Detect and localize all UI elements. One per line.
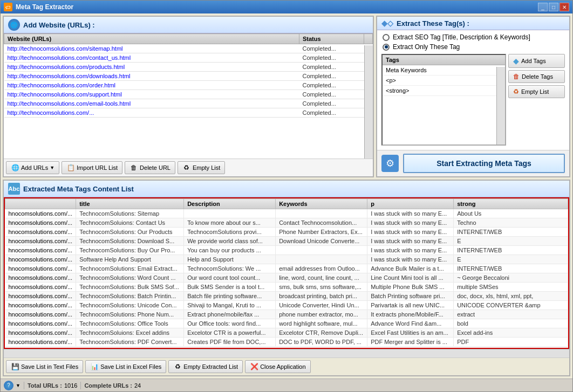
url-table-row[interactable]: http://technocomsolutions.com/contact_us…	[4, 53, 373, 63]
data-cell-3: sms, bulk sms, sms software,...	[276, 283, 367, 292]
data-cell-1: Software Help And Support	[76, 255, 184, 264]
data-cell-3: Unicode Converter, Hindi Un...	[276, 301, 367, 310]
data-table-row[interactable]: hnocomsolutions.com/...TechnocomSolution…	[5, 228, 568, 237]
import-url-list-button[interactable]: 📋 Import URL List	[62, 161, 122, 174]
left-panel-title: Add Website (URLs) :	[23, 21, 95, 29]
empty-tags-button[interactable]: ♻ Empty List	[508, 85, 565, 98]
data-cell-2: Extract phone/mobile/fax ...	[184, 310, 276, 319]
data-cell-1: TechnocomSolutions: Batch Printin...	[76, 292, 184, 301]
url-table-row[interactable]: http://technocomsolutions.com/products.h…	[4, 63, 373, 72]
start-extracting-button[interactable]: Start Extracting Meta Tags	[403, 154, 565, 173]
status-icon[interactable]: ?	[4, 381, 13, 390]
data-table-row[interactable]: hnocomsolutions.com/...TechnocomSolution…	[5, 237, 568, 246]
url-table-row[interactable]: http://technocomsolutions.com/support.ht…	[4, 90, 373, 99]
empty-list-button[interactable]: ♻ Empty List	[178, 161, 225, 174]
main-content: 🌐 Add Website (URLs) : Website (URLs) St…	[1, 13, 572, 379]
data-cell-4: It extracts phone/Mobile/F...	[367, 310, 454, 319]
data-cell-0: hnocomsolutions.com/...	[5, 310, 76, 319]
data-cell-1: TechnocomSolutions: Sitemap	[76, 209, 184, 218]
data-table-row[interactable]: hnocomsolutions.com/...TechnocomSolution…	[5, 264, 568, 273]
url-table-row[interactable]: http://technocomsolutions.com/...Complet…	[4, 108, 373, 118]
radio-seo-circle[interactable]	[383, 34, 390, 41]
tag-list-item[interactable]: <p>	[383, 75, 505, 86]
empty-icon: ♻	[182, 163, 191, 172]
globe-icon: 🌐	[8, 19, 20, 31]
data-table-row[interactable]: hnocomsolutions.com/...Software Help And…	[5, 255, 568, 264]
url-table-row[interactable]: http://technocomsolutions.com/sitemap.ht…	[4, 44, 373, 53]
status-cell: Completed...	[299, 63, 364, 72]
data-cell-0: hnocomsolutions.com/...	[5, 319, 76, 328]
data-cell-5: E	[454, 237, 568, 246]
data-cell-5: E	[454, 255, 568, 264]
data-cell-0: hnocomsolutions.com/...	[5, 273, 76, 283]
url-table-scrollbar[interactable]	[364, 45, 373, 159]
empty-extracted-button[interactable]: ♻ Empty Extracted List	[168, 360, 243, 373]
data-table-row[interactable]: hnocomsolutions.com/...TechnocomSolution…	[5, 301, 568, 310]
data-table-row[interactable]: hnocomsolutions.com/...TechnocomSolution…	[5, 338, 568, 347]
data-cell-2: Shivaji to Mangal, Kruti to ...	[184, 301, 276, 310]
maximize-button[interactable]: □	[549, 3, 558, 11]
data-cell-5: Excel add-ins	[454, 328, 568, 338]
data-table-row[interactable]: hnocomsolutions.com/...TechnocomSolution…	[5, 310, 568, 319]
data-cell-3: word highlight software, mul...	[276, 319, 367, 328]
data-table-row[interactable]: hnocomsolutions.com/...TechnocomSolution…	[5, 283, 568, 292]
dropdown-status[interactable]: ▼	[16, 383, 21, 388]
delete-url-button[interactable]: 🗑 Delete URL	[125, 161, 175, 174]
horizontal-scrollbar[interactable]	[4, 349, 569, 357]
left-panel-header: 🌐 Add Website (URLs) :	[4, 17, 373, 33]
url-table-row[interactable]: http://technocomsolutions.com/email-tool…	[4, 99, 373, 108]
close-app-button[interactable]: ❌ Close Application	[245, 360, 310, 373]
data-table-row[interactable]: hnocomsolutions.com/...TechnocomSolution…	[5, 319, 568, 328]
status-cell: Completed...	[299, 72, 364, 81]
complete-urls-label: Complete URLs :	[84, 382, 132, 389]
url-table-row[interactable]: http://technocomsolutions.com/order.html…	[4, 81, 373, 90]
radio-seo[interactable]: Extract SEO Tag [Title, Description & Ke…	[383, 33, 564, 41]
data-table-row[interactable]: hnocomsolutions.com/...TechnocomSolution…	[5, 209, 568, 218]
data-cell-1: TechnocomSolutions: Bulk SMS Sof...	[76, 283, 184, 292]
data-table-row[interactable]: hnocomsolutions.com/...TechnocomSolution…	[5, 273, 568, 283]
url-table-row[interactable]: http://technocomsolutions.com/downloads.…	[4, 72, 373, 81]
tags-scrollbar[interactable]	[496, 67, 505, 145]
right-panel-title: Extract These Tag(s) :	[397, 19, 469, 27]
data-cell-1: TechnocomSolutions: Word Count ...	[76, 273, 184, 283]
tag-list-item[interactable]: Meta Keywords	[383, 65, 505, 75]
radio-only-circle[interactable]	[383, 44, 390, 51]
data-cell-5: extract	[454, 310, 568, 319]
data-cell-3: Download Unicode Converte...	[276, 237, 367, 246]
data-table-row[interactable]: hnocomsolutions.com/...TechnocomSoluions…	[5, 328, 568, 338]
data-cell-0: hnocomsolutions.com/...	[5, 228, 76, 237]
add-icon: 🌐	[11, 163, 19, 172]
save-text-icon: 💾	[11, 362, 19, 371]
data-cell-4: Parivartak is all new UNIC...	[367, 301, 454, 310]
url-toolbar: 🌐 Add URLs ▼ 📋 Import URL List 🗑 Delete …	[4, 159, 373, 176]
top-section: 🌐 Add Website (URLs) : Website (URLs) St…	[3, 16, 570, 177]
close-app-icon: ❌	[250, 362, 258, 371]
data-cell-5: About Us	[454, 209, 568, 218]
tag-list-item[interactable]: <strong>	[383, 86, 505, 96]
add-tags-button[interactable]: ◆ Add Tags	[508, 54, 565, 68]
data-cell-1: TechnocomSoluions: Excel addins	[76, 328, 184, 338]
data-table-row[interactable]: hnocomsolutions.com/...TechnocomSolution…	[5, 246, 568, 255]
add-tags-icon: ◆	[513, 57, 519, 65]
data-table-row[interactable]: hnocomsolutions.com/...TechnocomSoluions…	[5, 218, 568, 228]
save-text-button[interactable]: 💾 Save List in Text Files	[6, 360, 83, 373]
total-urls-section: Total URLs : 1016	[28, 382, 77, 389]
delete-tags-button[interactable]: 🗑 Delete Tags	[508, 70, 565, 83]
url-cell: http://technocomsolutions.com/sitemap.ht…	[4, 44, 299, 53]
right-panel: ◆◇ Extract These Tag(s) : Extract SEO Ta…	[376, 16, 570, 177]
delete-icon: 🗑	[129, 163, 138, 172]
save-excel-button[interactable]: 📊 Save List in Excel Files	[85, 360, 166, 373]
close-button[interactable]: ✕	[560, 3, 569, 11]
data-cell-4: Advance Word Find &am...	[367, 319, 454, 328]
data-cell-3: Phone Number Extractors, Ex...	[276, 228, 367, 237]
url-table: Website (URLs) Status http://technocomso…	[4, 33, 373, 118]
radio-only-these[interactable]: Extract Only These Tag	[383, 43, 564, 51]
add-urls-button[interactable]: 🌐 Add URLs ▼	[6, 161, 59, 174]
minimize-button[interactable]: _	[538, 3, 548, 11]
data-table-container[interactable]: titleDescriptionKeywordspstrong hnocomso…	[4, 197, 569, 349]
data-table-row[interactable]: hnocomsolutions.com/...TechnocomSolution…	[5, 292, 568, 301]
data-cell-0: hnocomsolutions.com/...	[5, 237, 76, 246]
data-cell-3: email addresses from Outloo...	[276, 264, 367, 273]
right-panel-header: ◆◇ Extract These Tag(s) :	[377, 17, 569, 30]
data-cell-4: Multiple Phone Bulk SMS ...	[367, 283, 454, 292]
